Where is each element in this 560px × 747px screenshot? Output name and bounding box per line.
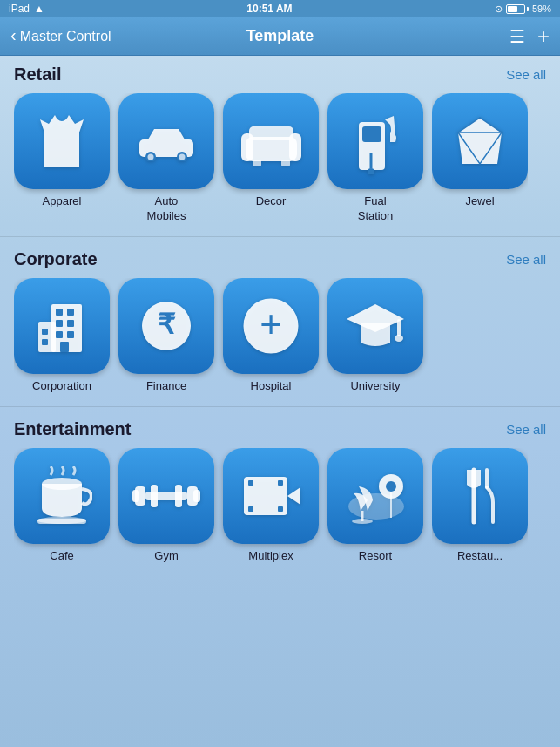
item-apparel[interactable]: Apparel [14, 93, 110, 224]
item-gym[interactable]: Gym [118, 448, 214, 564]
entertainment-items: Cafe Gym [14, 448, 546, 573]
svg-rect-22 [67, 320, 74, 327]
cafe-label: Cafe [50, 549, 73, 564]
svg-rect-12 [362, 126, 381, 142]
retail-title: Retail [14, 65, 61, 85]
item-finance[interactable]: ₹ Finance [118, 278, 214, 394]
medical-icon: + [240, 295, 301, 357]
coffee-icon [31, 466, 92, 526]
fork-icon [456, 465, 504, 526]
back-button[interactable]: ‹ Master Control [10, 27, 111, 45]
apparel-label: Apparel [43, 194, 82, 209]
back-arrow-icon: ‹ [10, 25, 17, 45]
item-university[interactable]: University [327, 278, 423, 394]
item-cafe[interactable]: Cafe [14, 448, 110, 564]
status-left: iPad ▲ [9, 3, 44, 15]
svg-rect-27 [60, 342, 69, 352]
retail-header: Retail See all [14, 65, 546, 85]
device-label: iPad [9, 3, 30, 15]
svg-rect-49 [248, 506, 253, 512]
item-decor[interactable]: Decor [223, 93, 319, 224]
nav-bar: ‹ Master Control Template ☰ + [0, 17, 560, 56]
svg-rect-20 [67, 309, 74, 316]
svg-rect-8 [249, 126, 293, 140]
multiplex-label: Multiplex [248, 549, 293, 564]
entertainment-see-all[interactable]: See all [506, 422, 546, 437]
item-jewel[interactable]: Jewel [432, 93, 528, 224]
add-icon[interactable]: + [537, 24, 550, 49]
nav-title: Template [246, 27, 314, 45]
svg-text:₹: ₹ [158, 309, 176, 340]
jewel-icon-bg [432, 93, 528, 189]
wifi-icon: ▲ [34, 3, 44, 15]
svg-rect-48 [278, 480, 283, 486]
restaurant-icon-bg [432, 448, 528, 544]
rupee-icon: ₹ [138, 295, 195, 357]
back-label: Master Control [20, 29, 111, 44]
svg-rect-50 [278, 506, 283, 512]
building-icon [34, 295, 91, 357]
svg-rect-26 [42, 339, 48, 345]
list-icon[interactable]: ☰ [509, 26, 525, 47]
svg-rect-10 [281, 160, 290, 166]
corporation-label: Corporation [32, 379, 91, 394]
jewel-label: Jewel [465, 194, 494, 209]
entertainment-title: Entertainment [14, 419, 131, 439]
finance-label: Finance [146, 379, 186, 394]
corporation-icon-bg [14, 278, 110, 374]
section-entertainment: Entertainment See all [0, 411, 560, 573]
svg-rect-33 [397, 319, 401, 336]
car-icon [135, 122, 198, 161]
svg-rect-25 [42, 329, 48, 335]
svg-rect-43 [151, 485, 158, 507]
svg-point-54 [352, 519, 373, 524]
corporate-items: Corporation ₹ Finance + [14, 278, 546, 403]
battery-percent: 59% [532, 3, 551, 14]
svg-text:+: + [260, 302, 282, 345]
svg-rect-47 [248, 480, 253, 486]
dumbbell-icon [132, 474, 201, 518]
corporate-header: Corporate See all [14, 249, 546, 269]
apparel-icon-bg [14, 93, 110, 189]
status-bar: iPad ▲ 10:51 AM ⊙ 59% [0, 0, 560, 17]
svg-point-34 [395, 335, 403, 342]
svg-rect-21 [56, 320, 63, 327]
item-fual-station[interactable]: Fual Station [327, 93, 423, 224]
item-corporation[interactable]: Corporation [14, 278, 110, 394]
svg-rect-23 [56, 331, 63, 338]
item-multiplex[interactable]: Multiplex [223, 448, 319, 564]
diamond-icon [449, 113, 510, 170]
fuel-label: Fual Station [358, 194, 393, 224]
section-retail: Retail See all Apparel [0, 56, 560, 233]
sofa-icon [239, 118, 304, 166]
finance-icon-bg: ₹ [118, 278, 214, 374]
resort-icon-bg [327, 448, 423, 544]
svg-rect-39 [132, 490, 139, 502]
item-resort[interactable]: Resort [327, 448, 423, 564]
retail-items: Apparel Auto Mobiles [14, 93, 546, 233]
university-icon-bg [327, 278, 423, 374]
resort-label: Resort [359, 549, 392, 564]
auto-icon-bg [118, 93, 214, 189]
entertainment-header: Entertainment See all [14, 419, 546, 439]
item-auto-mobiles[interactable]: Auto Mobiles [118, 93, 214, 224]
svg-rect-41 [193, 490, 200, 502]
status-right: ⊙ 59% [495, 3, 551, 15]
svg-marker-46 [287, 487, 300, 505]
section-corporate: Corporate See all [0, 241, 560, 403]
fuel-icon [352, 109, 400, 174]
retail-see-all[interactable]: See all [506, 67, 546, 82]
divider-2 [0, 406, 560, 407]
corporate-see-all[interactable]: See all [506, 252, 546, 267]
fuel-icon-bg [327, 93, 423, 189]
film-icon [240, 470, 302, 522]
item-restaurant[interactable]: Restau... [432, 448, 528, 564]
svg-point-4 [179, 153, 186, 160]
item-hospital[interactable]: + Hospital [223, 278, 319, 394]
gym-label: Gym [154, 549, 178, 564]
brightness-icon: ⊙ [495, 3, 503, 15]
svg-point-55 [386, 481, 396, 492]
svg-rect-24 [67, 331, 74, 338]
status-time: 10:51 AM [246, 3, 292, 15]
corporate-title: Corporate [14, 249, 98, 269]
